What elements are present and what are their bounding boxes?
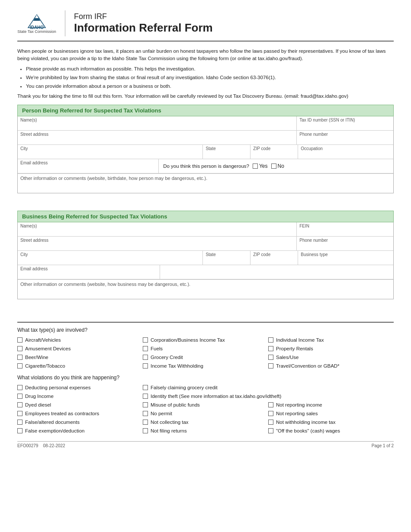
tax-amusement-label: Amusement Devices bbox=[25, 346, 71, 351]
tax-sales-checkbox[interactable] bbox=[268, 355, 273, 360]
person-comments-label: Other information or comments (website, … bbox=[20, 176, 207, 181]
tax-types-question: What tax type(s) are involved? bbox=[17, 327, 394, 333]
tax-amusement-checkbox[interactable] bbox=[17, 346, 22, 351]
viol-notreportingsales-checkbox[interactable] bbox=[268, 411, 273, 416]
viol-notfiling-item[interactable]: Not filing returns bbox=[143, 427, 268, 434]
tax-cigarette-checkbox[interactable] bbox=[17, 363, 22, 369]
viol-misuse-checkbox[interactable] bbox=[143, 402, 148, 407]
viol-employees-checkbox[interactable] bbox=[17, 411, 22, 416]
form-title: Information Referral Form bbox=[74, 21, 213, 35]
tax-beer-item[interactable]: Beer/Wine bbox=[17, 354, 143, 361]
viol-notfiling-checkbox[interactable] bbox=[143, 428, 148, 433]
tax-property-item[interactable]: Property Rentals bbox=[268, 345, 394, 352]
viol-notreporting-item[interactable]: Not reporting income bbox=[268, 401, 394, 408]
tax-aircraft-item[interactable]: Aircraft/Vehicles bbox=[17, 337, 143, 343]
viol-identity-label: Identity theft (See more information at … bbox=[151, 394, 281, 399]
viol-dyed-item[interactable]: Dyed diesel bbox=[17, 401, 143, 408]
business-type-field: Business type bbox=[298, 251, 393, 265]
dangerous-no-option[interactable]: No bbox=[271, 163, 284, 169]
business-form-section: Name(s) FEIN Street address Phone number… bbox=[17, 222, 394, 299]
person-row-4: Email address Do you think this person i… bbox=[18, 159, 393, 173]
tax-individual-checkbox[interactable] bbox=[268, 337, 273, 343]
viol-nopermit-label: No permit bbox=[151, 411, 172, 416]
dangerous-yes-checkbox[interactable] bbox=[253, 163, 258, 169]
person-state-label: State bbox=[206, 146, 247, 151]
viol-nopermit-item[interactable]: No permit bbox=[143, 410, 268, 417]
person-city-label: City bbox=[20, 146, 200, 151]
spacer-1 bbox=[17, 200, 394, 211]
dangerous-yes-option[interactable]: Yes bbox=[253, 163, 268, 169]
viol-identity-checkbox[interactable] bbox=[143, 394, 148, 399]
viol-misuse-item[interactable]: Misuse of public funds bbox=[143, 401, 268, 408]
tax-fuels-item[interactable]: Fuels bbox=[143, 345, 268, 352]
viol-deducting-checkbox[interactable] bbox=[17, 385, 22, 390]
tax-travel-item[interactable]: Travel/Convention or GBAD* bbox=[268, 362, 394, 369]
tax-corp-checkbox[interactable] bbox=[143, 337, 148, 343]
business-section-header: Business Being Referred for Suspected Ta… bbox=[17, 211, 394, 222]
tax-individual-item[interactable]: Individual Income Tax bbox=[268, 337, 394, 343]
viol-falseexemption-checkbox[interactable] bbox=[17, 428, 22, 433]
tax-withholding-item[interactable]: Income Tax Withholding bbox=[143, 362, 268, 369]
viol-falseexemption-item[interactable]: False exemption/deduction bbox=[17, 427, 143, 434]
tax-beer-label: Beer/Wine bbox=[25, 355, 48, 360]
business-row-4: Email address bbox=[18, 265, 393, 279]
viol-notreporting-label: Not reporting income bbox=[276, 402, 322, 407]
tax-fuels-checkbox[interactable] bbox=[143, 346, 148, 351]
dangerous-no-checkbox[interactable] bbox=[271, 163, 276, 169]
viol-falsealtered-label: False/altered documents bbox=[25, 420, 80, 425]
viol-notfiling-label: Not filing returns bbox=[151, 428, 187, 433]
business-row-3: City State ZIP code Business type bbox=[18, 251, 393, 265]
tax-grocery-checkbox[interactable] bbox=[143, 355, 148, 360]
viol-notcollecting-item[interactable]: Not collecting tax bbox=[143, 419, 268, 426]
viol-offbooks-item[interactable]: "Off the books" (cash) wages bbox=[268, 427, 394, 434]
intro-list: Please provide as much information as po… bbox=[26, 65, 394, 90]
viol-notcollecting-checkbox[interactable] bbox=[143, 420, 148, 425]
viol-falsely-checkbox[interactable] bbox=[143, 385, 148, 390]
business-state-label: State bbox=[206, 252, 247, 257]
business-zip-label: ZIP code bbox=[253, 252, 295, 257]
viol-deducting-item[interactable]: Deducting personal expenses bbox=[17, 384, 143, 391]
tax-property-label: Property Rentals bbox=[276, 346, 313, 351]
tax-travel-label: Travel/Convention or GBAD* bbox=[276, 363, 340, 369]
viol-nopermit-checkbox[interactable] bbox=[143, 411, 148, 416]
viol-dyed-checkbox[interactable] bbox=[17, 402, 22, 407]
tax-types-grid: Aircraft/Vehicles Corporation/Business I… bbox=[17, 337, 394, 369]
tax-aircraft-checkbox[interactable] bbox=[17, 337, 22, 343]
viol-drug-checkbox[interactable] bbox=[17, 394, 22, 399]
tax-corp-item[interactable]: Corporation/Business Income Tax bbox=[143, 337, 268, 343]
business-street-label: Street address bbox=[20, 238, 294, 243]
tax-withholding-label: Income Tax Withholding bbox=[151, 363, 203, 369]
business-email-field: Email address bbox=[18, 265, 160, 279]
viol-falsely-item[interactable]: Falsely claiming grocery credit bbox=[143, 384, 394, 391]
tax-property-checkbox[interactable] bbox=[268, 346, 273, 351]
tax-corp-label: Corporation/Business Income Tax bbox=[151, 337, 225, 343]
viol-identity-item[interactable]: Identity theft (See more information at … bbox=[143, 393, 394, 400]
viol-falsealtered-checkbox[interactable] bbox=[17, 420, 22, 425]
person-occupation-field: Occupation bbox=[298, 145, 393, 159]
viol-notreporting-checkbox[interactable] bbox=[268, 402, 273, 407]
business-email-label: Email address bbox=[20, 266, 157, 271]
business-comments-label: Other information or comments (website, … bbox=[20, 282, 190, 287]
viol-notwithholding-item[interactable]: Not withholding income tax bbox=[268, 419, 394, 426]
person-row-1: Name(s) Tax ID number (SSN or ITIN) bbox=[18, 116, 393, 131]
tax-withholding-checkbox[interactable] bbox=[143, 363, 148, 369]
tax-amusement-item[interactable]: Amusement Devices bbox=[17, 345, 143, 352]
tax-cigarette-item[interactable]: Cigarette/Tobacco bbox=[17, 362, 143, 369]
footer-page: Page 1 of 2 bbox=[372, 443, 394, 448]
viol-falsealtered-item[interactable]: False/altered documents bbox=[17, 419, 143, 426]
viol-offbooks-checkbox[interactable] bbox=[268, 428, 273, 433]
footer-form-id: EFO00279 bbox=[17, 443, 38, 448]
tax-sales-item[interactable]: Sales/Use bbox=[268, 354, 394, 361]
person-street-field: Street address bbox=[18, 131, 297, 144]
tax-grocery-item[interactable]: Grocery Credit bbox=[143, 354, 268, 361]
form-number: Form IRF bbox=[74, 12, 213, 21]
viol-notwithholding-checkbox[interactable] bbox=[268, 420, 273, 425]
business-names-label: Name(s) bbox=[20, 224, 294, 228]
tax-travel-checkbox[interactable] bbox=[268, 363, 273, 369]
person-row-2: Street address Phone number bbox=[18, 131, 393, 145]
tax-beer-checkbox[interactable] bbox=[17, 355, 22, 360]
viol-notreportingsales-item[interactable]: Not reporting sales bbox=[268, 410, 394, 417]
viol-drug-label: Drug Income bbox=[25, 394, 54, 399]
viol-drug-item[interactable]: Drug Income bbox=[17, 393, 143, 400]
viol-employees-item[interactable]: Employees treated as contractors bbox=[17, 410, 143, 417]
